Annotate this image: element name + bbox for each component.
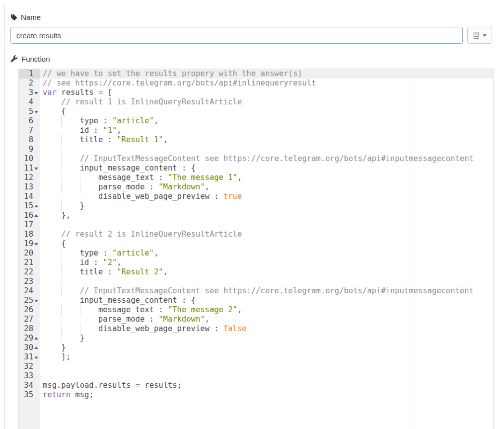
gutter-line-number[interactable]: 17: [19, 220, 40, 230]
code-line[interactable]: }: [40, 334, 493, 343]
code-token: parse_mode :: [98, 315, 158, 324]
code-line[interactable]: // InputTextMessageContent see https://c…: [40, 154, 493, 164]
fold-close-icon[interactable]: [34, 214, 38, 217]
gutter-line-number[interactable]: 19: [19, 239, 40, 249]
book-icon: [473, 32, 480, 39]
code-line[interactable]: [40, 277, 493, 286]
gutter-line-number[interactable]: 6: [19, 116, 40, 126]
indent-space: [43, 135, 61, 145]
gutter-line-number[interactable]: 12: [19, 173, 40, 182]
code-line[interactable]: [40, 371, 493, 381]
code-line[interactable]: [40, 145, 493, 154]
gutter-line-number[interactable]: 3: [19, 88, 40, 97]
code-line[interactable]: }: [40, 343, 493, 352]
code-line[interactable]: title : "Result 2",: [40, 267, 493, 277]
gutter-line-number[interactable]: 25: [19, 296, 40, 305]
gutter-line-number[interactable]: 21: [19, 258, 40, 267]
library-button[interactable]: [467, 27, 492, 44]
code-line[interactable]: id : "1",: [40, 126, 493, 135]
code-line[interactable]: id : "2",: [40, 258, 493, 267]
gutter-line-number[interactable]: 2: [19, 79, 40, 88]
code-line[interactable]: message_text : "The message 1",: [40, 173, 493, 182]
tag-icon: [10, 14, 17, 21]
gutter-line-number[interactable]: 14: [19, 192, 40, 201]
code-line[interactable]: parse_mode : "Markdown",: [40, 315, 493, 324]
fold-open-icon[interactable]: [34, 168, 38, 170]
indent-space: [43, 201, 61, 211]
code-line[interactable]: var results = [: [40, 88, 493, 97]
fold-close-icon[interactable]: [34, 337, 38, 340]
code-line[interactable]: // result 1 is InlineQueryResultArticle: [40, 97, 493, 107]
gutter-line-number[interactable]: 30: [19, 343, 40, 352]
code-line[interactable]: disable_web_page_preview : true: [40, 192, 493, 201]
code-line[interactable]: msg.payload.results = results;: [40, 381, 493, 390]
indent-guide: [61, 173, 79, 182]
gutter-line-number[interactable]: 29: [19, 334, 40, 343]
code-line[interactable]: type : "article",: [40, 249, 493, 258]
editor-content[interactable]: // we have to set the results propery wi…: [40, 69, 493, 429]
gutter-line-number[interactable]: 9: [19, 145, 40, 154]
code-token: false: [223, 324, 247, 333]
code-line[interactable]: // InputTextMessageContent see https://c…: [40, 286, 493, 296]
gutter-line-number[interactable]: 26: [19, 305, 40, 315]
gutter-line-number[interactable]: 33: [19, 371, 40, 381]
code-line[interactable]: disable_web_page_preview : false: [40, 324, 493, 334]
gutter-line-number[interactable]: 15: [19, 201, 40, 211]
gutter-line-number[interactable]: 31: [19, 352, 40, 362]
code-line[interactable]: message_text : "The message 2",: [40, 305, 493, 315]
code-line[interactable]: {: [40, 239, 493, 249]
fold-open-icon[interactable]: [34, 243, 38, 246]
code-line[interactable]: // we have to set the results propery wi…: [40, 69, 493, 79]
code-line[interactable]: [40, 220, 493, 230]
code-line[interactable]: // see https://core.telegram.org/bots/ap…: [40, 79, 493, 88]
gutter-line-number[interactable]: 34: [19, 381, 40, 390]
indent-guide: [61, 126, 79, 135]
code-token: // result 2 is InlineQueryResultArticle: [61, 230, 242, 239]
fold-open-icon[interactable]: [34, 111, 38, 113]
code-line[interactable]: type : "article",: [40, 116, 493, 126]
code-line[interactable]: input_message_content : {: [40, 296, 493, 305]
fold-open-icon[interactable]: [34, 300, 38, 302]
function-field-label-row: Function: [10, 55, 50, 63]
gutter-line-number[interactable]: 22: [19, 267, 40, 277]
indent-guide: [61, 277, 79, 286]
code-line[interactable]: // result 2 is InlineQueryResultArticle: [40, 230, 493, 239]
indent-space: [43, 173, 61, 182]
gutter-line-number[interactable]: 16: [19, 211, 40, 220]
fold-close-icon[interactable]: [34, 205, 38, 207]
gutter-line-number[interactable]: 20: [19, 249, 40, 258]
gutter-line-number[interactable]: 8: [19, 135, 40, 145]
code-line[interactable]: return msg;: [40, 390, 493, 400]
gutter-line-number[interactable]: 28: [19, 324, 40, 334]
code-line[interactable]: input_message_content : {: [40, 164, 493, 173]
code-line[interactable]: [40, 362, 493, 371]
gutter-line-number[interactable]: 5: [19, 107, 40, 116]
gutter-line-number[interactable]: 10: [19, 154, 40, 164]
name-input[interactable]: [10, 27, 463, 44]
gutter-line-number[interactable]: 24: [19, 286, 40, 296]
fold-close-icon[interactable]: [34, 346, 38, 349]
gutter-line-number[interactable]: 7: [19, 126, 40, 135]
gutter-line-number[interactable]: 23: [19, 277, 40, 286]
fold-open-icon[interactable]: [34, 92, 38, 94]
code-line[interactable]: parse_mode : "Markdown",: [40, 182, 493, 192]
code-token: msg.payload.results: [43, 381, 136, 390]
gutter-line-number[interactable]: 11: [19, 164, 40, 173]
gutter-line-number[interactable]: 18: [19, 230, 40, 239]
gutter-line-number[interactable]: 4: [19, 97, 40, 107]
gutter-line-number[interactable]: 1: [19, 69, 40, 79]
code-line[interactable]: }: [40, 201, 493, 211]
code-line[interactable]: title : "Result 1",: [40, 135, 493, 145]
gutter-line-number[interactable]: 35: [19, 390, 40, 400]
gutter-line-number[interactable]: 27: [19, 315, 40, 324]
code-token: "article": [112, 249, 154, 257]
indent-space: [43, 126, 61, 135]
code-line[interactable]: ];: [40, 352, 493, 362]
code-token: "2": [103, 258, 117, 267]
fold-close-icon[interactable]: [34, 356, 38, 358]
indent-space: [43, 305, 61, 315]
code-line[interactable]: {: [40, 107, 493, 116]
gutter-line-number[interactable]: 13: [19, 182, 40, 192]
code-line[interactable]: },: [40, 211, 493, 220]
gutter-line-number[interactable]: 32: [19, 362, 40, 371]
